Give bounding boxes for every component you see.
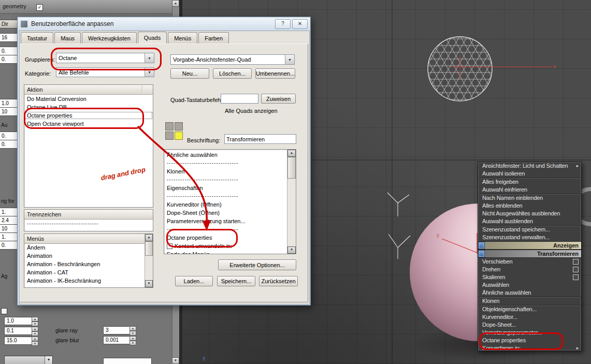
menues-item[interactable]: Animation [24,252,145,260]
tab-tastatur[interactable]: Tastatur [21,32,53,43]
tab-maus[interactable]: Maus [54,32,81,43]
loeschen-button[interactable]: Löschen... [213,68,252,79]
menues-item[interactable]: Ändern [24,243,145,252]
erweiterte-optionen-button[interactable]: Erweiterte Optionen... [218,259,296,270]
wireframe-sphere-object[interactable] [426,35,494,103]
quad-menu-item[interactable]: Szenenzustand verwalten... [478,234,581,241]
spinner[interactable]: ▲▼ [129,326,136,334]
edge-stub[interactable]: 1. [0,208,19,216]
value-field[interactable]: 15.0 [4,337,34,345]
scroll-down-button[interactable]: ▼ [287,246,296,254]
quad-menu-item[interactable]: Szenenzustand speichern... [478,225,581,234]
quad-menu-item[interactable]: Konvertieren in:▸ [478,344,581,351]
value-field[interactable]: 1.0 [4,317,34,325]
edge-stub[interactable]: 0. [0,132,19,140]
spinner[interactable]: ▲▼ [32,327,38,335]
menu-list-item[interactable]: Parametervernetzung starten... [164,217,287,225]
quad-menu-item[interactable]: Alles freigeben [478,178,581,186]
separator-row[interactable]: -------------------------------- [164,176,287,184]
speichern-button[interactable]: Speichern... [217,276,255,286]
menues-scrollbar[interactable]: ▲ ▼ [145,234,153,287]
quad-menu-item[interactable]: Alles einblenden [478,202,581,210]
tab-farben[interactable]: Farben [198,32,229,43]
aktion-item[interactable]: Do Material Conversion [24,95,153,103]
aktion-item[interactable]: Octane Live DB [24,103,153,111]
tab-werkzeugkaesten[interactable]: Werkzeugkästen [82,32,137,43]
quad-menu-item[interactable]: Vernetzungsparameter... [478,329,581,337]
separator-row[interactable]: -------------------------------- [164,192,287,200]
separator-row[interactable]: -------------------------------- [164,159,287,167]
menues-item[interactable]: Animation - IK-Beschränkung [24,276,145,285]
quad-header-transformieren[interactable]: Transformieren [478,250,581,258]
spinner[interactable]: ▲▼ [129,336,136,344]
dialog-titlebar[interactable]: Benutzeroberfläche anpassen ? ✕ [18,18,310,30]
quad-menu-item[interactable]: Verschieben [478,258,581,266]
quad-menu-item[interactable]: Drehen [478,266,581,273]
edge-stub[interactable]: 10 [0,107,19,116]
quad-content-scrollbar[interactable]: ▲ ▼ [287,150,296,254]
menues-item[interactable]: Animation - CAT [24,268,145,276]
quad-menu-item[interactable]: Ähnliche auswählen [478,289,581,297]
separator-row[interactable]: -------------------------------- [24,220,153,228]
close-button[interactable]: ✕ [292,19,308,29]
edge-stub[interactable]: 10 [0,224,19,233]
neu-button[interactable]: Neu... [170,68,209,79]
quadset-dropdown[interactable]: Vorgabe-Ansichtsfenster-Quad ▼ [170,54,295,65]
kategorie-dropdown[interactable]: Alle Befehle ▼ [56,67,154,77]
quadrant-selector-tr[interactable] [175,122,183,130]
small-checkbox[interactable] [1,308,7,314]
laden-button[interactable]: Laden... [175,276,213,286]
scroll-down-button[interactable]: ▼ [172,357,179,364]
spinner[interactable]: ▲▼ [32,317,38,325]
quad-menu-item[interactable]: Dope-Sheet... [478,321,581,329]
quad-header-anzeigen[interactable]: Anzeigen [478,241,581,250]
scroll-down-button[interactable]: ▼ [145,280,153,287]
menu-list-item[interactable]: Kurveneditor (Öffnen) [164,200,287,209]
aktion-item[interactable]: Open Octane viewport [24,120,153,128]
zuruecksetzen-button[interactable]: Zurücksetzen [259,276,298,286]
rollout-header[interactable] [0,0,179,14]
menues-item[interactable]: Animation - Beschränkungen [24,260,145,268]
quad-menu-item[interactable]: Nach Namen einblenden [478,194,581,202]
settings-box-icon[interactable] [573,274,579,280]
tab-quads[interactable]: Quads [138,32,167,43]
quad-menu-item[interactable]: Skalieren [478,273,581,281]
quad-menu-item[interactable]: Kurveneditor... [478,313,581,321]
quad-menu-item[interactable]: Auswahl einfrieren [478,186,581,194]
quad-menu-item[interactable]: Auswahl ausblenden [478,217,581,225]
menu-list-item[interactable]: Eigenschaften [164,184,287,192]
scroll-thumb[interactable] [287,157,296,179]
edge-stub[interactable]: 0. [0,47,19,55]
menu-list-item-octane-properties[interactable]: Octane properties [164,234,287,242]
quadrant-selector-br-active[interactable] [175,132,183,140]
settings-box-icon[interactable] [573,259,579,265]
tab-menues[interactable]: Menüs [168,32,197,43]
settings-box-icon[interactable] [573,267,579,272]
menu-list-item[interactable]: Dope-Sheet (Öffnen) [164,209,287,217]
menu-list-item[interactable]: Ende des Menüs [164,250,287,254]
quadrant-selector-bl[interactable] [165,132,174,140]
glare-ray-field[interactable]: 3 [103,326,132,334]
glare-blur-field[interactable]: 0.001 [103,336,132,344]
quad-menu-item[interactable]: Auswahl isolieren [478,170,581,178]
edge-stub[interactable]: 1. [0,232,19,241]
edge-stub[interactable]: 0. [0,55,19,64]
quad-menu-item[interactable]: Ansichtsfenster: Licht und Schatten▸ [478,162,581,170]
trennzeichen-header[interactable]: Trennzeichen [24,210,153,220]
spinner[interactable]: ▲▼ [32,337,38,345]
beschriftung-input[interactable] [224,134,296,144]
edge-stub[interactable]: Dir [0,20,19,28]
help-button[interactable]: ? [275,19,291,29]
aktion-item-octane-properties[interactable]: Octane properties [24,111,153,120]
bottom-dropdown[interactable]: ▼ [4,356,53,364]
menu-list-item[interactable]: Ähnliche auswählen [164,151,287,159]
scroll-up-button[interactable]: ▲ [172,0,179,7]
expand-plus-icon[interactable]: + [167,243,172,249]
edge-stub[interactable]: 2.4 [0,216,19,225]
menu-list-item[interactable]: + Kontext umwandeln in: [164,242,287,250]
umbenennen-button[interactable]: Umbenennen... [255,68,295,79]
menu-list-item[interactable]: Klonen [164,167,287,176]
quad-menu-item[interactable]: Klonen [478,297,581,305]
clipped-field[interactable] [103,358,152,364]
quad-menu-item[interactable]: Objekteigenschaften... [478,305,581,313]
